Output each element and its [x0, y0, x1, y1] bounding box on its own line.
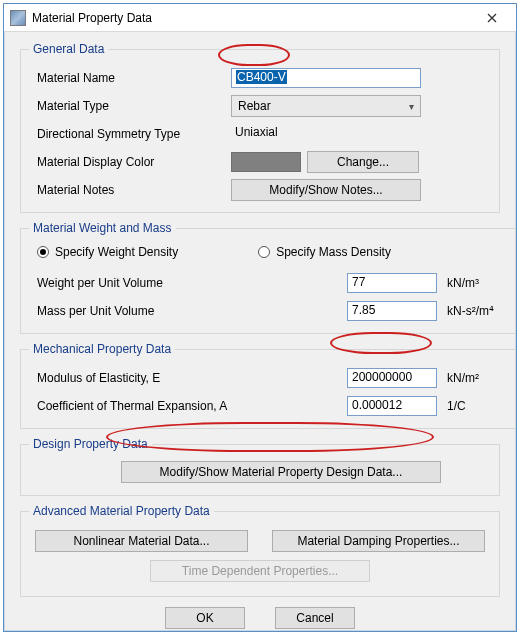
radio-mass-density[interactable]: Specify Mass Density	[258, 245, 391, 259]
material-type-combo[interactable]: Rebar ▾	[231, 95, 421, 117]
ok-button[interactable]: OK	[165, 607, 245, 629]
titlebar: Material Property Data	[4, 4, 516, 32]
modulus-input[interactable]: 200000000	[347, 368, 437, 388]
label-weight-per-unit: Weight per Unit Volume	[31, 276, 347, 290]
dialog-window: Material Property Data General Data Mate…	[3, 3, 517, 632]
material-name-value: CB400-V	[236, 70, 287, 84]
radio-dot-icon	[37, 246, 49, 258]
color-swatch	[231, 152, 301, 172]
group-design-legend: Design Property Data	[29, 437, 152, 451]
radio-weight-density-label: Specify Weight Density	[55, 245, 178, 259]
design-data-button[interactable]: Modify/Show Material Property Design Dat…	[121, 461, 441, 483]
weight-per-unit-input[interactable]: 77	[347, 273, 437, 293]
group-design: Design Property Data Modify/Show Materia…	[20, 437, 500, 496]
unit-thermal: 1/C	[447, 399, 505, 413]
unit-weight: kN/m³	[447, 276, 505, 290]
material-type-value: Rebar	[238, 99, 271, 113]
label-material-type: Material Type	[31, 99, 231, 113]
unit-mass: kN-s²/m⁴	[447, 304, 505, 318]
label-directional-symmetry: Directional Symmetry Type	[31, 127, 231, 141]
label-mass-per-unit: Mass per Unit Volume	[31, 304, 347, 318]
group-general: General Data Material Name CB400-V Mater…	[20, 42, 500, 213]
radio-weight-density[interactable]: Specify Weight Density	[37, 245, 178, 259]
mass-per-unit-input[interactable]: 7.85	[347, 301, 437, 321]
group-general-legend: General Data	[29, 42, 108, 56]
label-material-notes: Material Notes	[31, 183, 231, 197]
radio-dot-icon	[258, 246, 270, 258]
label-display-color: Material Display Color	[31, 155, 231, 169]
nonlinear-button[interactable]: Nonlinear Material Data...	[35, 530, 248, 552]
group-advanced: Advanced Material Property Data Nonlinea…	[20, 504, 500, 597]
group-advanced-legend: Advanced Material Property Data	[29, 504, 214, 518]
group-weight: Material Weight and Mass Specify Weight …	[20, 221, 516, 334]
thermal-input[interactable]: 0.000012	[347, 396, 437, 416]
time-dependent-button: Time Dependent Properties...	[150, 560, 370, 582]
label-modulus: Modulus of Elasticity, E	[31, 371, 347, 385]
change-color-button[interactable]: Change...	[307, 151, 419, 173]
window-title: Material Property Data	[32, 11, 472, 25]
radio-mass-density-label: Specify Mass Density	[276, 245, 391, 259]
app-icon	[10, 10, 26, 26]
chevron-down-icon: ▾	[409, 101, 414, 112]
material-name-input[interactable]: CB400-V	[231, 68, 421, 88]
dialog-body: General Data Material Name CB400-V Mater…	[4, 32, 516, 631]
label-material-name: Material Name	[31, 71, 231, 85]
cancel-button[interactable]: Cancel	[275, 607, 355, 629]
directional-symmetry-value: Uniaxial	[231, 124, 421, 144]
close-button[interactable]	[472, 7, 512, 29]
group-mech-legend: Mechanical Property Data	[29, 342, 175, 356]
modify-notes-button[interactable]: Modify/Show Notes...	[231, 179, 421, 201]
group-weight-legend: Material Weight and Mass	[29, 221, 176, 235]
unit-modulus: kN/m²	[447, 371, 505, 385]
group-mech: Mechanical Property Data Modulus of Elas…	[20, 342, 516, 429]
label-thermal: Coefficient of Thermal Expansion, A	[31, 399, 347, 413]
damping-button[interactable]: Material Damping Properties...	[272, 530, 485, 552]
close-icon	[487, 13, 497, 23]
